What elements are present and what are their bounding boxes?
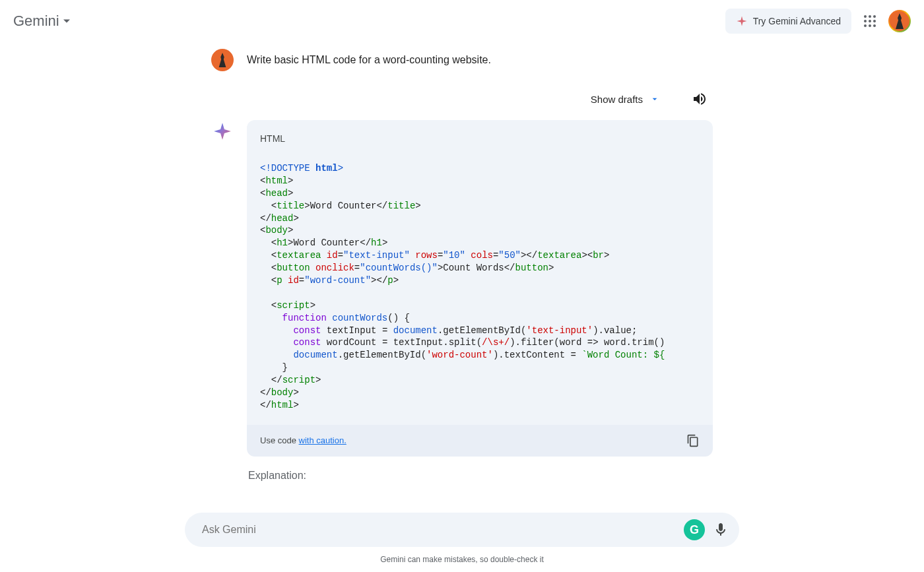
code-content-pre: <!DOCTYPE html> <html> <head> <title>Wor… (260, 162, 700, 412)
dropdown-arrow-icon (63, 18, 70, 24)
brand-dropdown[interactable]: Gemini (13, 13, 70, 30)
user-prompt-text: Write basic HTML code for a word-countin… (247, 54, 491, 66)
svg-point-5 (873, 20, 876, 22)
svg-point-7 (869, 24, 871, 27)
svg-point-3 (864, 20, 867, 22)
svg-point-8 (873, 24, 876, 27)
grammarly-icon[interactable]: G (684, 519, 705, 540)
response-content: HTML <!DOCTYPE html> <html> <head> <titl… (247, 120, 713, 482)
disclaimer-text: Gemini can make mistakes, so double-chec… (380, 555, 543, 564)
gemini-avatar (211, 120, 234, 143)
prompt-input[interactable] (202, 524, 676, 536)
caution-link[interactable]: with caution. (299, 435, 346, 445)
code-footer: Use code with caution. (247, 425, 713, 457)
user-avatar[interactable] (888, 10, 911, 32)
app-header: Gemini Try Gemini Advanced (0, 0, 924, 42)
brand-name: Gemini (13, 13, 59, 30)
code-language-label: HTML (260, 133, 700, 144)
show-drafts-label: Show drafts (591, 94, 643, 105)
prompt-input-area: G (185, 513, 739, 547)
try-advanced-button[interactable]: Try Gemini Advanced (725, 9, 851, 34)
code-caution-text: Use code with caution. (260, 435, 346, 445)
user-message-avatar (211, 49, 234, 71)
svg-point-4 (869, 20, 871, 22)
user-message: Write basic HTML code for a word-countin… (211, 49, 713, 71)
apps-icon[interactable] (862, 13, 878, 29)
svg-point-2 (873, 15, 876, 18)
gemini-sparkle-icon (213, 122, 232, 141)
svg-point-6 (864, 24, 867, 27)
main-content: Write basic HTML code for a word-countin… (211, 42, 713, 482)
response-area: HTML <!DOCTYPE html> <html> <head> <titl… (211, 120, 713, 482)
response-controls: Show drafts (211, 91, 713, 107)
try-advanced-label: Try Gemini Advanced (753, 16, 841, 26)
speaker-icon[interactable] (692, 91, 708, 107)
microphone-icon[interactable] (713, 522, 729, 538)
code-block: HTML <!DOCTYPE html> <html> <head> <titl… (247, 120, 713, 425)
show-drafts-button[interactable]: Show drafts (591, 94, 660, 105)
header-actions: Try Gemini Advanced (725, 9, 911, 34)
chevron-down-icon (649, 94, 660, 104)
copy-icon[interactable] (686, 434, 700, 447)
svg-point-0 (864, 15, 867, 18)
sparkle-icon (736, 15, 748, 27)
explanation-heading: Explanation: (248, 470, 713, 482)
svg-point-1 (869, 15, 871, 18)
